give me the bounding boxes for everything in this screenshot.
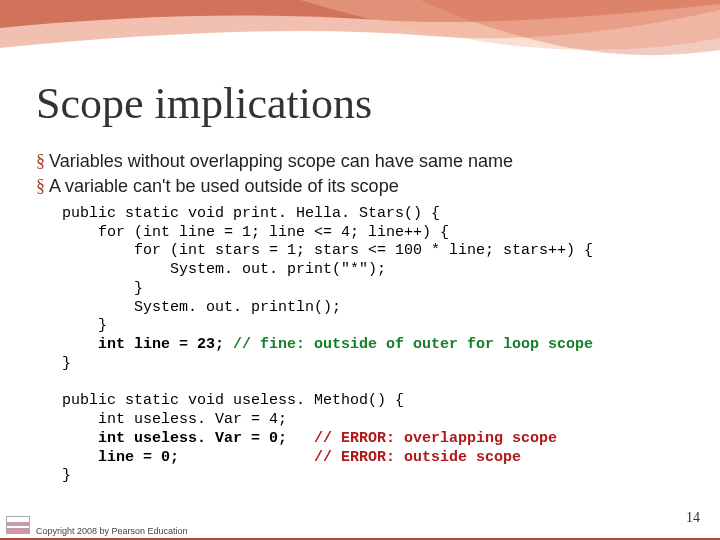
code-line: System. out. print("*"); xyxy=(62,261,386,278)
slide-body: § Variables without overlapping scope ca… xyxy=(36,150,690,486)
code-line: int useless. Var = 4; xyxy=(62,411,287,428)
logo-icon xyxy=(6,516,30,534)
code-line: int line = 23; xyxy=(62,336,233,353)
code-comment: // ERROR: overlapping scope xyxy=(314,430,557,447)
slide-title: Scope implications xyxy=(36,78,372,129)
code-line: public static void useless. Method() { xyxy=(62,392,404,409)
code-line: line = 0; xyxy=(62,449,314,466)
code-block: public static void print. Hella. Stars()… xyxy=(62,205,690,486)
code-line: int useless. Var = 0; xyxy=(62,430,314,447)
page-number: 14 xyxy=(686,510,700,526)
bullet-item: § A variable can't be used outside of it… xyxy=(36,175,690,198)
bullet-glyph-icon: § xyxy=(36,150,45,173)
bullet-item: § Variables without overlapping scope ca… xyxy=(36,150,690,173)
decorative-ribbon xyxy=(0,0,720,70)
bullet-glyph-icon: § xyxy=(36,175,45,198)
code-line: public static void print. Hella. Stars()… xyxy=(62,205,440,222)
code-line: for (int line = 1; line <= 4; line++) { xyxy=(62,224,449,241)
code-line: } xyxy=(62,280,143,297)
bullet-text: A variable can't be used outside of its … xyxy=(49,175,399,198)
bullet-text: Variables without overlapping scope can … xyxy=(49,150,513,173)
code-line: } xyxy=(62,467,71,484)
code-line: } xyxy=(62,317,107,334)
code-comment: // ERROR: outside scope xyxy=(314,449,521,466)
code-line: for (int stars = 1; stars <= 100 * line;… xyxy=(62,242,593,259)
code-comment: // fine: outside of outer for loop scope xyxy=(233,336,593,353)
code-line: } xyxy=(62,355,71,372)
copyright-footer: Copyright 2008 by Pearson Education xyxy=(36,526,188,536)
slide: Scope implications § Variables without o… xyxy=(0,0,720,540)
code-line: System. out. println(); xyxy=(62,299,341,316)
